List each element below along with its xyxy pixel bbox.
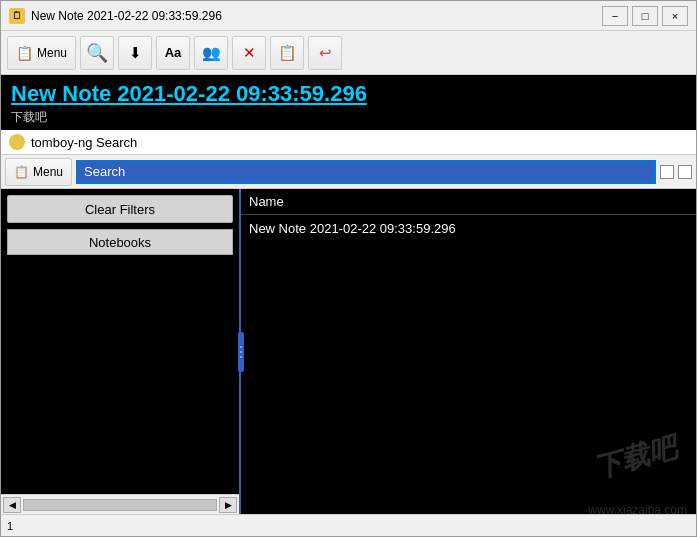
clear-filters-button[interactable]: Clear Filters — [7, 195, 233, 223]
cancel-button[interactable]: ✕ — [232, 36, 266, 70]
undo-button[interactable]: ↩ — [308, 36, 342, 70]
left-panel: Clear Filters Notebooks ◀ ▶ — [1, 189, 241, 514]
format-down-icon: ⬇ — [129, 44, 142, 62]
people-button[interactable]: 👥 — [194, 36, 228, 70]
text-format-button[interactable]: Aa — [156, 36, 190, 70]
search-window: 📋 Menu Clear Filters Notebooks — [1, 155, 696, 514]
people-icon: 👥 — [202, 44, 221, 62]
search-label: tomboy-ng Search — [31, 135, 137, 150]
undo-icon: ↩ — [319, 44, 332, 62]
panel-divider[interactable] — [238, 332, 244, 372]
text-format-icon: Aa — [165, 45, 182, 60]
main-content-area: Clear Filters Notebooks ◀ ▶ — [1, 189, 696, 514]
right-panel-header: Name — [241, 189, 696, 215]
paste-icon: 📋 — [278, 44, 297, 62]
maximize-button[interactable]: □ — [632, 6, 658, 26]
notebooks-list — [1, 259, 239, 494]
scroll-left-button[interactable]: ◀ — [3, 497, 21, 513]
divider-dot — [240, 346, 242, 348]
menu-button[interactable]: 📋 Menu — [7, 36, 76, 70]
app-icon: 🗒 — [9, 8, 25, 24]
title-bar-text: New Note 2021-02-22 09:33:59.296 — [31, 9, 602, 23]
search-icon: 🔍 — [86, 42, 108, 64]
title-bar: 🗒 New Note 2021-02-22 09:33:59.296 − □ × — [1, 1, 696, 31]
notes-list: New Note 2021-02-22 09:33:59.296 — [241, 215, 696, 514]
search-bar-outer: tomboy-ng Search — [1, 130, 696, 155]
search-button[interactable]: 🔍 — [80, 36, 114, 70]
checkbox-1[interactable] — [660, 165, 674, 179]
note-title[interactable]: New Note 2021-02-22 09:33:59.296 — [11, 81, 686, 107]
cancel-icon: ✕ — [243, 44, 256, 62]
note-title-area: New Note 2021-02-22 09:33:59.296 下载吧 — [1, 75, 696, 130]
right-panel: Name New Note 2021-02-22 09:33:59.296 — [241, 189, 696, 514]
format-down-button[interactable]: ⬇ — [118, 36, 152, 70]
search-input[interactable] — [76, 160, 656, 184]
left-scrollbar: ◀ ▶ — [1, 494, 239, 514]
menu-icon: 📋 — [16, 45, 33, 61]
title-bar-controls: − □ × — [602, 6, 688, 26]
checkbox-2[interactable] — [678, 165, 692, 179]
note-subtitle: 下载吧 — [11, 109, 686, 126]
main-window: 🗒 New Note 2021-02-22 09:33:59.296 − □ ×… — [0, 0, 697, 537]
notebooks-header: Notebooks — [7, 229, 233, 255]
note-list-item[interactable]: New Note 2021-02-22 09:33:59.296 — [249, 219, 688, 238]
main-toolbar: 📋 Menu 🔍 ⬇ Aa 👥 ✕ 📋 ↩ — [1, 31, 696, 75]
status-bar: 1 — [1, 514, 696, 536]
search-menu-button[interactable]: 📋 Menu — [5, 158, 72, 186]
tomboy-icon — [9, 134, 25, 150]
paste-button[interactable]: 📋 — [270, 36, 304, 70]
divider-dot — [240, 356, 242, 358]
search-toolbar: 📋 Menu — [1, 155, 696, 189]
search-menu-icon: 📋 — [14, 165, 29, 179]
scroll-right-button[interactable]: ▶ — [219, 497, 237, 513]
scrollbar-track[interactable] — [23, 499, 217, 511]
status-text: 1 — [7, 520, 13, 532]
close-button[interactable]: × — [662, 6, 688, 26]
divider-dot — [240, 351, 242, 353]
name-column-header: Name — [249, 194, 284, 209]
minimize-button[interactable]: − — [602, 6, 628, 26]
